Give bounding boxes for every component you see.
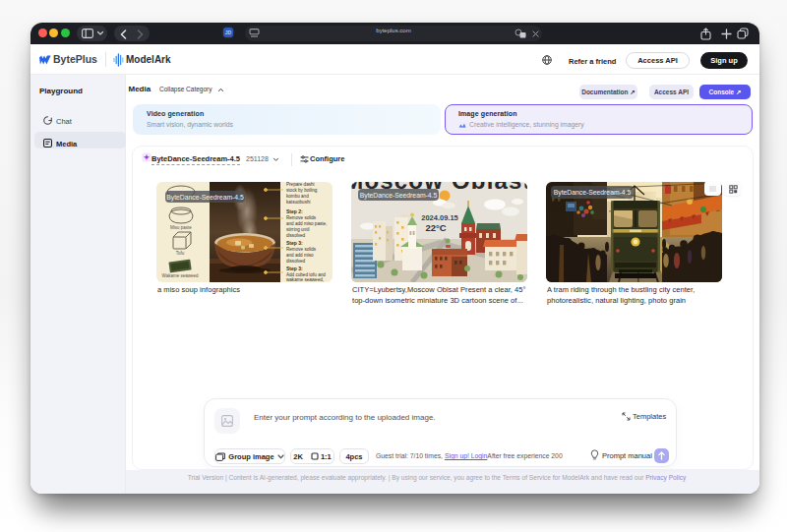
svg-text:dissolved: dissolved [286,233,306,238]
svg-text:2024.09.15: 2024.09.15 [421,213,458,222]
svg-text:22°C: 22°C [425,222,446,233]
svg-text:Step 3:: Step 3: [286,240,303,246]
svg-text:dissolved: dissolved [286,259,306,264]
svg-text:Miso paste: Miso paste [170,225,192,230]
svg-text:Remove solids: Remove solids [286,247,317,252]
svg-text:stock by boiling: stock by boiling [286,188,318,193]
svg-text:wakame seaweed,: wakame seaweed, [286,277,324,282]
svg-text:stirring until: stirring until [286,227,310,232]
svg-text:Tofu: Tofu [176,251,185,256]
svg-text:Wakame seaweed: Wakame seaweed [162,273,199,278]
svg-text:and add miso: and add miso [286,253,314,258]
svg-text:Step 2:: Step 2: [286,208,303,214]
svg-text:kombu and: kombu and [286,194,309,199]
svg-text:Step 3:: Step 3: [286,266,303,271]
svg-text:Remove solids: Remove solids [286,215,317,220]
svg-text:katsuobushi: katsuobushi [286,200,311,205]
svg-text:Prepare dashi: Prepare dashi [286,182,315,187]
svg-text:and add miso paste,: and add miso paste, [286,221,327,226]
